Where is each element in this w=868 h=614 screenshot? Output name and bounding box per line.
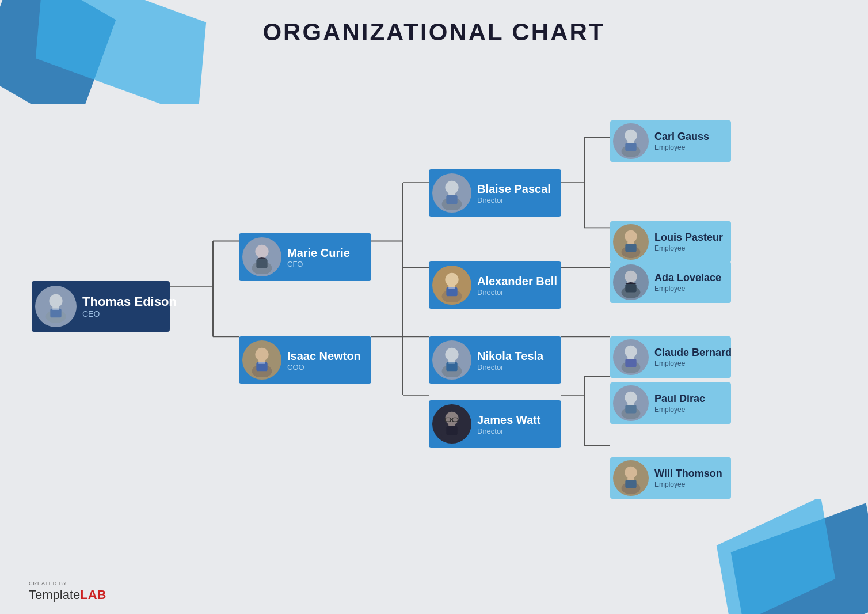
director1-avatar-icon [435, 176, 469, 210]
employee3-avatar [613, 264, 649, 300]
ceo-title: CEO [82, 309, 177, 319]
employee4-avatar [613, 339, 649, 375]
employee4-avatar-icon [614, 340, 648, 374]
employee4-node: Claude Bernard Employee [610, 336, 731, 378]
svg-rect-27 [52, 309, 59, 310]
coo-name: Isaac Newton [287, 349, 361, 363]
director1-node: Blaise Pascal Director [429, 169, 561, 217]
employee4-name: Claude Bernard [654, 347, 732, 359]
director2-avatar-icon [435, 268, 469, 302]
director4-node: James Watt Director [429, 400, 561, 448]
employee4-title: Employee [654, 359, 732, 367]
employee5-title: Employee [654, 405, 705, 414]
ceo-text: Thomas Edison CEO [82, 294, 177, 319]
cfo-name: Marie Curie [287, 246, 350, 260]
director2-node: Alexander Bell Director [429, 261, 561, 309]
svg-rect-54 [446, 426, 457, 435]
employee3-name: Ada Lovelace [654, 272, 721, 285]
ceo-node: Thomas Edison CEO [32, 281, 170, 332]
director3-text: Nikola Tesla Director [477, 349, 543, 372]
cfo-node: Marie Curie CFO [239, 233, 371, 281]
employee5-avatar [613, 385, 649, 421]
created-by-text: CREATED BY [29, 581, 106, 586]
cfo-avatar-icon [245, 240, 279, 274]
director2-name: Alexander Bell [477, 274, 557, 288]
employee2-title: Employee [654, 244, 723, 252]
employee2-node: Louis Pasteur Employee [610, 221, 731, 263]
employee2-avatar-icon [614, 225, 648, 259]
svg-point-62 [625, 230, 637, 242]
employee4-text: Claude Bernard Employee [654, 347, 732, 367]
svg-rect-65 [625, 244, 636, 252]
coo-avatar [242, 340, 281, 380]
employee5-avatar-icon [614, 386, 648, 420]
director1-name: Blaise Pascal [477, 182, 551, 196]
director2-text: Alexander Bell Director [477, 274, 557, 297]
org-chart: Thomas Edison CEO Marie Curie CFO Isaac … [0, 60, 868, 571]
svg-rect-61 [625, 143, 636, 151]
employee1-avatar [613, 123, 649, 159]
lab-text: LAB [80, 588, 106, 602]
svg-point-66 [625, 271, 637, 283]
director4-avatar [432, 404, 471, 444]
employee3-node: Ada Lovelace Employee [610, 261, 731, 303]
employee6-title: Employee [654, 480, 722, 488]
employee6-name: Will Thomson [654, 468, 722, 480]
coo-node: Isaac Newton COO [239, 336, 371, 384]
employee5-text: Paul Dirac Employee [654, 393, 705, 414]
svg-point-74 [625, 392, 637, 404]
employee1-text: Carl Gauss Employee [654, 131, 709, 151]
director3-avatar [432, 340, 471, 380]
director1-text: Blaise Pascal Director [477, 182, 551, 204]
svg-rect-45 [448, 287, 455, 289]
ceo-avatar [35, 286, 77, 327]
director2-avatar [432, 266, 471, 305]
svg-rect-40 [446, 195, 457, 204]
watermark: CREATED BY TemplateLAB [29, 581, 106, 602]
svg-rect-73 [625, 359, 636, 367]
employee2-text: Louis Pasteur Employee [654, 232, 723, 252]
employee1-node: Carl Gauss Employee [610, 120, 731, 162]
employee3-avatar-icon [614, 266, 648, 299]
director3-node: Nikola Tesla Director [429, 336, 561, 384]
employee6-text: Will Thomson Employee [654, 468, 722, 488]
cfo-title: CFO [287, 260, 350, 268]
employee3-title: Employee [654, 285, 721, 293]
director4-name: James Watt [477, 413, 540, 427]
director4-avatar-icon [435, 407, 469, 441]
employee1-title: Employee [654, 143, 709, 151]
ceo-avatar-icon [39, 290, 73, 323]
employee5-name: Paul Dirac [654, 393, 705, 405]
ceo-name: Thomas Edison [82, 294, 177, 309]
employee6-avatar-icon [614, 461, 648, 495]
director1-avatar [432, 173, 471, 213]
employee1-avatar-icon [614, 124, 648, 158]
director3-title: Director [477, 363, 543, 372]
director4-title: Director [477, 427, 540, 435]
employee1-name: Carl Gauss [654, 131, 709, 143]
coo-avatar-icon [245, 343, 279, 377]
svg-point-78 [625, 467, 637, 479]
employee3-text: Ada Lovelace Employee [654, 272, 721, 293]
employee6-node: Will Thomson Employee [610, 457, 731, 499]
employee2-name: Louis Pasteur [654, 232, 723, 244]
director3-avatar-icon [435, 343, 469, 377]
employee6-avatar [613, 460, 649, 496]
svg-rect-36 [258, 362, 265, 364]
template-text: Template [29, 588, 80, 602]
svg-rect-81 [625, 480, 636, 488]
svg-point-58 [625, 130, 637, 142]
employee5-node: Paul Dirac Employee [610, 382, 731, 424]
coo-text: Isaac Newton COO [287, 349, 361, 372]
page-title: ORGANIZATIONAL CHART [0, 18, 868, 46]
svg-rect-77 [625, 405, 636, 414]
employee2-avatar [613, 224, 649, 260]
cfo-text: Marie Curie CFO [287, 246, 350, 268]
director4-text: James Watt Director [477, 413, 540, 435]
director2-title: Director [477, 288, 557, 297]
svg-rect-69 [625, 284, 636, 293]
svg-point-70 [625, 346, 637, 358]
svg-rect-50 [448, 362, 455, 364]
director3-name: Nikola Tesla [477, 349, 543, 363]
director1-title: Director [477, 196, 551, 204]
